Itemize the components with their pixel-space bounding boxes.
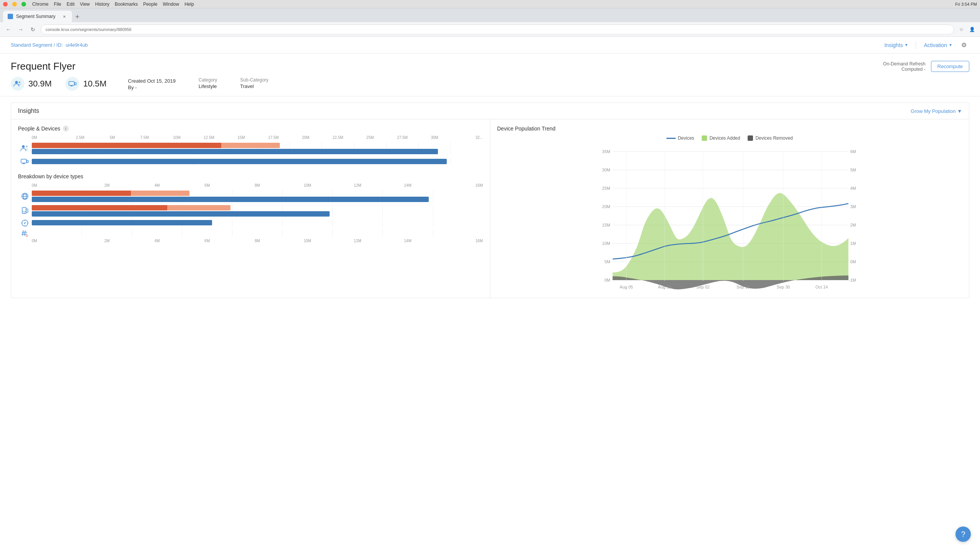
subcategory-value: Travel xyxy=(240,83,268,89)
mac-max-dot[interactable] xyxy=(21,2,26,7)
svg-text:Aug 05: Aug 05 xyxy=(619,285,633,289)
svg-point-4 xyxy=(22,145,25,148)
menu-history[interactable]: History xyxy=(95,2,109,7)
address-bar: ← → ↻ console.krux.com/segments/summary/… xyxy=(0,22,980,37)
people-bar-row xyxy=(18,142,483,155)
legend-row: Devices Devices Added Devices Removed xyxy=(497,135,962,141)
other-bars xyxy=(32,229,483,237)
svg-text:30M: 30M xyxy=(602,168,610,172)
browser-tab[interactable]: Segment Summary ✕ xyxy=(3,11,72,22)
address-input[interactable]: console.krux.com/segments/summary/880956 xyxy=(41,24,954,34)
svg-text:Sep 16: Sep 16 xyxy=(736,285,750,289)
svg-text:15M: 15M xyxy=(602,223,610,227)
subcategory-meta: Sub-Category Travel xyxy=(240,77,268,90)
menu-bookmarks[interactable]: Bookmarks xyxy=(115,2,138,7)
svg-text:10M: 10M xyxy=(602,241,610,246)
breakdown-section: Breakdown by device types 0M 2M 4M 6M 8M… xyxy=(18,173,483,243)
tab-close-button[interactable]: ✕ xyxy=(61,13,67,20)
svg-text:20M: 20M xyxy=(602,204,610,209)
activation-caret-icon: ▼ xyxy=(949,43,952,47)
mac-min-dot[interactable] xyxy=(12,2,17,7)
help-icon: ? xyxy=(961,530,965,539)
web-dark-bar xyxy=(32,191,131,196)
activation-nav-label: Activation xyxy=(924,42,947,48)
compass-icon xyxy=(18,219,32,227)
svg-point-15 xyxy=(24,212,24,213)
settings-icon-button[interactable]: ⚙ xyxy=(959,40,969,51)
profile-icon[interactable]: 👤 xyxy=(968,25,976,34)
svg-text:35M: 35M xyxy=(602,149,610,154)
breakdown-other-row xyxy=(18,229,483,237)
menu-chrome[interactable]: Chrome xyxy=(32,2,49,7)
help-button[interactable]: ? xyxy=(956,527,971,542)
insights-nav-button[interactable]: Insights ▼ xyxy=(881,41,911,50)
svg-point-1 xyxy=(19,82,21,83)
bookmark-icon[interactable]: ☆ xyxy=(957,25,965,34)
breadcrumb: Standard Segment / ID: ui4e9r4ub xyxy=(11,42,88,48)
system-clock: Fri 3:54 PM xyxy=(955,2,977,7)
left-charts: People & Devices i 0M 2.5M 5M 7.5M 10M 1… xyxy=(11,119,490,298)
right-chart: Device Population Trend Devices Devices … xyxy=(490,119,969,298)
ott-blue-bar xyxy=(32,220,212,225)
menu-help[interactable]: Help xyxy=(185,2,194,7)
mobile-icon xyxy=(18,207,32,215)
legend-removed: Devices Removed xyxy=(748,135,792,141)
svg-text:-1M: -1M xyxy=(849,278,856,282)
legend-removed-label: Devices Removed xyxy=(755,135,792,141)
breadcrumb-id-value: ui4e9r4ub xyxy=(66,42,88,48)
created-meta: Created Oct 15, 2019 By - xyxy=(128,77,175,90)
menu-file[interactable]: File xyxy=(54,2,61,7)
svg-text:Oct 14: Oct 14 xyxy=(815,285,828,289)
breakdown-web-row xyxy=(18,190,483,203)
grow-population-caret: ▼ xyxy=(957,108,962,114)
tab-favicon xyxy=(8,14,13,19)
hash-icon xyxy=(18,229,32,237)
people-count: 30.9M xyxy=(28,79,52,89)
people-devices-info-icon[interactable]: i xyxy=(63,126,69,132)
trend-chart-wrap: 35M 30M 25M 20M 15M 10M 5M 0M 6M 5M 4M 3… xyxy=(497,146,962,292)
menu-people[interactable]: People xyxy=(143,2,157,7)
menu-window[interactable]: Window xyxy=(163,2,179,7)
recompute-button[interactable]: Recompute xyxy=(931,61,969,72)
mac-close-dot[interactable] xyxy=(3,2,8,7)
top-nav-actions: Insights ▼ Activation ▼ ⚙ xyxy=(881,40,969,51)
people-icon xyxy=(11,77,24,91)
insights-body: People & Devices i 0M 2.5M 5M 7.5M 10M 1… xyxy=(11,119,969,298)
menu-view[interactable]: View xyxy=(80,2,90,7)
menu-edit[interactable]: Edit xyxy=(67,2,75,7)
legend-removed-box xyxy=(748,135,753,141)
svg-rect-6 xyxy=(21,159,26,163)
by-value: By - xyxy=(128,85,175,90)
svg-text:6M: 6M xyxy=(850,149,856,154)
breadcrumb-id-label: ID: xyxy=(56,42,63,48)
svg-text:5M: 5M xyxy=(850,168,856,172)
activation-nav-button[interactable]: Activation ▼ xyxy=(921,41,956,50)
computed-label: Computed - xyxy=(883,67,926,72)
svg-text:4M: 4M xyxy=(850,186,856,191)
segment-header: Frequent Flyer On-Demand Refresh Compute… xyxy=(0,54,980,96)
forward-button[interactable]: → xyxy=(16,25,25,34)
x-axis-top: 0M 2.5M 5M 7.5M 10M 12.5M 15M 17.5M 20M … xyxy=(18,135,483,140)
svg-text:Aug 19: Aug 19 xyxy=(658,285,671,289)
category-value: Lifestyle xyxy=(199,83,217,89)
device-population-title: Device Population Trend xyxy=(497,126,962,132)
new-tab-button[interactable]: + xyxy=(72,11,83,22)
grow-population-button[interactable]: Grow My Population ▼ xyxy=(911,108,962,114)
back-button[interactable]: ← xyxy=(4,25,13,34)
svg-line-22 xyxy=(23,230,23,236)
devices-blue-bar xyxy=(32,159,447,164)
mobile-dark-bar xyxy=(32,205,167,210)
segment-title-row: Frequent Flyer On-Demand Refresh Compute… xyxy=(11,60,969,72)
reload-button[interactable]: ↻ xyxy=(28,25,38,34)
svg-line-23 xyxy=(24,230,25,236)
mac-menu[interactable]: Chrome File Edit View History Bookmarks … xyxy=(32,2,194,7)
legend-devices-label: Devices xyxy=(678,135,694,141)
legend-added-label: Devices Added xyxy=(709,135,740,141)
trend-chart-svg: 35M 30M 25M 20M 15M 10M 5M 0M 6M 5M 4M 3… xyxy=(497,146,962,292)
svg-text:1M: 1M xyxy=(850,241,856,246)
category-label: Category xyxy=(199,77,217,83)
insights-caret-icon: ▼ xyxy=(904,43,908,47)
svg-text:2M: 2M xyxy=(850,223,856,227)
devices-count: 10.5M xyxy=(83,79,106,89)
insights-nav-label: Insights xyxy=(884,42,903,48)
